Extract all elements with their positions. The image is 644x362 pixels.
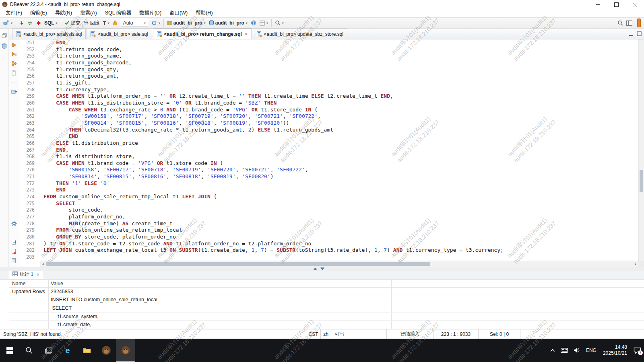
execute-statement-icon[interactable] bbox=[10, 41, 18, 49]
status-segment: 可写 bbox=[331, 329, 348, 339]
scroll-right-icon[interactable]: ▸ bbox=[633, 261, 638, 267]
menu-item[interactable]: 帮助(H) bbox=[192, 9, 217, 17]
editor-tab[interactable]: <audit_bi_pro> sale.sql bbox=[87, 29, 152, 39]
volume-icon[interactable] bbox=[571, 339, 583, 362]
vertical-scrollbar-thumb[interactable] bbox=[640, 170, 643, 192]
export-result-icon[interactable] bbox=[10, 88, 18, 95]
panel-sash[interactable] bbox=[0, 267, 644, 271]
menu-item[interactable]: 数据库(D) bbox=[135, 9, 165, 17]
auto-commit-combo[interactable]: Auto▾ bbox=[121, 19, 148, 27]
action-center-icon[interactable]: 7 bbox=[631, 339, 644, 362]
rollback-button[interactable]: 回滚 bbox=[82, 19, 101, 27]
stats-row[interactable]: t1.source_system, bbox=[9, 313, 644, 321]
menu-item[interactable]: 文件(F) bbox=[2, 9, 26, 17]
sql-editor-dropdown[interactable]: SQL▾ bbox=[43, 19, 59, 27]
tab-statistics[interactable]: 统计 1 × bbox=[9, 270, 43, 279]
taskbar-clock[interactable]: 14:48 2025/10/21 bbox=[599, 339, 631, 362]
menu-item[interactable]: 导航(N) bbox=[51, 9, 76, 17]
search-icon-button[interactable] bbox=[616, 19, 625, 27]
minimize-editor-icon[interactable] bbox=[629, 31, 634, 38]
database-navigator-icon[interactable] bbox=[2, 43, 7, 51]
auto-commit-value: Auto bbox=[123, 20, 133, 26]
vertical-scrollbar[interactable] bbox=[638, 39, 644, 261]
stats-tab-close-icon[interactable]: × bbox=[37, 272, 39, 278]
code-text: SELECT bbox=[40, 200, 75, 207]
status-segment: 223 : 1 : 9033 bbox=[433, 329, 478, 339]
taskbar-search-icon[interactable] bbox=[19, 339, 39, 362]
file-explorer-icon[interactable] bbox=[77, 339, 97, 362]
collapse-down-icon[interactable] bbox=[320, 267, 324, 270]
scroll-left-icon[interactable]: ◂ bbox=[40, 261, 45, 267]
line-number: 281 bbox=[19, 241, 40, 247]
code-text: platform_order_no, bbox=[40, 214, 126, 220]
restore-panes-icon[interactable] bbox=[2, 33, 7, 40]
transaction-mode-dropdown[interactable]: T▾ bbox=[101, 19, 111, 27]
stats-row[interactable]: Updated Rows23245853 bbox=[9, 288, 644, 296]
perspective-icon[interactable] bbox=[625, 19, 634, 27]
stats-row[interactable]: t1.create_date, bbox=[9, 321, 644, 329]
fetch-data-button[interactable] bbox=[18, 19, 26, 27]
line-number: 258 bbox=[19, 86, 40, 93]
doc-export-icon[interactable] bbox=[10, 239, 18, 246]
more-panels-icon[interactable]: ···· bbox=[10, 229, 18, 237]
stats-row[interactable]: INSERT INTO custom_online_sale_return_lo… bbox=[9, 296, 644, 304]
more-actions-icon[interactable]: ···· bbox=[10, 78, 18, 86]
line-number: 259 bbox=[19, 93, 40, 100]
internet-explorer-icon[interactable]: e bbox=[58, 339, 77, 362]
menu-item[interactable]: 窗口(W) bbox=[165, 9, 192, 17]
input-language-indicator[interactable]: ENG bbox=[583, 339, 599, 362]
code-text: LEFT JOIN custom_exchange_rate_local t3 … bbox=[40, 247, 504, 254]
touch-keyboard-icon[interactable] bbox=[558, 339, 571, 362]
doc-grid-icon[interactable] bbox=[10, 257, 18, 264]
clipboard-icon[interactable] bbox=[10, 69, 18, 76]
restore-up-icon[interactable] bbox=[313, 267, 317, 270]
schema-selector[interactable]: audit_bi_pro▾ bbox=[207, 19, 249, 27]
dbeaver-taskbar-icon-active[interactable] bbox=[116, 339, 135, 362]
tray-chevron-up-icon[interactable] bbox=[547, 339, 558, 362]
grid-view-dropdown[interactable]: ▾ bbox=[258, 19, 270, 27]
explain-plan-icon[interactable] bbox=[10, 60, 18, 67]
maximize-button[interactable] bbox=[607, 0, 625, 9]
dbeaver-taskbar-icon[interactable] bbox=[97, 339, 116, 362]
stats-row[interactable]: SELECT bbox=[9, 304, 644, 313]
line-number: 253 bbox=[19, 53, 40, 60]
sql-editor[interactable]: 251 END,252 t1.return_goods_code,253 t1.… bbox=[19, 39, 644, 267]
clock-time: 14:48 bbox=[615, 344, 627, 350]
code-text: t1.return_goods_qty, bbox=[40, 66, 119, 73]
horizontal-scrollbar-thumb[interactable] bbox=[46, 262, 430, 266]
task-view-icon[interactable] bbox=[39, 339, 58, 362]
editor-tab[interactable]: <audit_bi_pro> return_change.sql× bbox=[153, 29, 252, 39]
doc-alert-icon[interactable] bbox=[10, 248, 18, 255]
stats-table: Name Value Updated Rows23245853INSERT IN… bbox=[0, 280, 644, 329]
code-line: 251 END, bbox=[19, 39, 644, 46]
sync-connection-button[interactable] bbox=[26, 19, 35, 27]
horizontal-scrollbar[interactable]: ◂ ▸ bbox=[40, 261, 638, 267]
taskbar: e ENG 14:48 2025/10/21 7 bbox=[0, 339, 644, 362]
code-text: THEN '1' ELSE '0' bbox=[40, 180, 109, 187]
search-dropdown[interactable]: ▾ bbox=[273, 19, 285, 27]
connection-selector[interactable]: audit_bi_pro▾ bbox=[165, 19, 207, 27]
settings-gear-icon[interactable] bbox=[10, 220, 18, 227]
tab-close-icon[interactable]: × bbox=[245, 31, 248, 37]
menu-item[interactable]: 搜索(A) bbox=[76, 9, 101, 17]
status-segment bbox=[520, 329, 644, 339]
editor-tab[interactable]: <audit_bi_pro> update_sbz_store.sql bbox=[253, 29, 347, 39]
abort-button[interactable] bbox=[35, 19, 43, 27]
maximize-editor-icon[interactable] bbox=[637, 31, 642, 38]
stats-cell-name bbox=[9, 304, 48, 312]
commit-button[interactable]: 提交 bbox=[63, 19, 82, 27]
start-button[interactable] bbox=[0, 339, 19, 362]
minimize-button[interactable] bbox=[588, 0, 607, 9]
code-line: 281) t2 ON t1.store_code = t2.store_code… bbox=[19, 241, 644, 247]
line-number: 257 bbox=[19, 80, 40, 86]
panel-collapse-arrows[interactable] bbox=[313, 267, 324, 270]
menu-item[interactable]: SQL 编辑器 bbox=[101, 9, 136, 17]
fastview-bar[interactable] bbox=[637, 19, 641, 27]
menu-item[interactable]: 编辑(E) bbox=[26, 9, 51, 17]
new-connection-button[interactable]: ▾ bbox=[2, 19, 14, 27]
close-button[interactable] bbox=[625, 0, 644, 9]
editor-tab[interactable]: <audit_bi_pro> analysis.sql bbox=[12, 29, 86, 39]
globe-icon-button[interactable] bbox=[249, 19, 258, 27]
refresh-button[interactable]: ▾ bbox=[150, 19, 162, 27]
execute-script-icon[interactable] bbox=[10, 51, 18, 58]
